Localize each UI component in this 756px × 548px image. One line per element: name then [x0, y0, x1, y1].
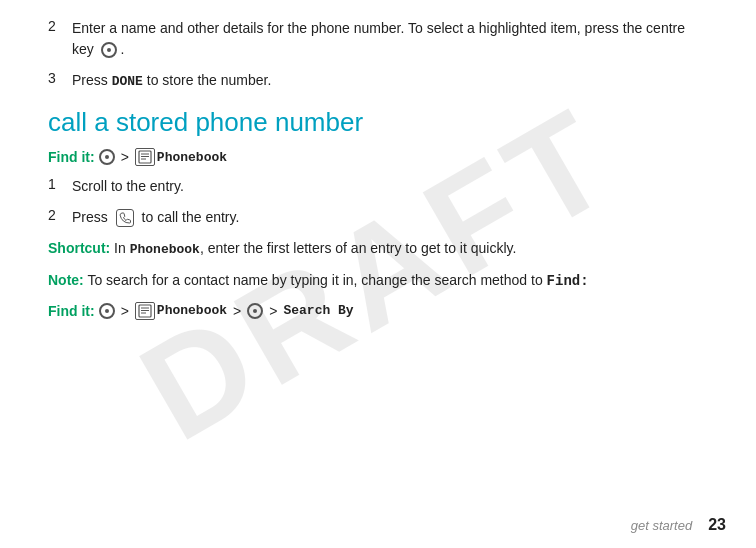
phonebook-icon-wrap-1: Phonebook — [135, 148, 227, 166]
call-icon — [116, 209, 134, 227]
page-footer: get started 23 — [631, 516, 726, 534]
done-label: DONE — [112, 74, 143, 89]
content: 2 Enter a name and other details for the… — [48, 18, 708, 320]
phonebook-icon-1 — [135, 148, 155, 166]
num-step-2: 2 Press to call the entry. — [48, 207, 708, 228]
shortcut-label: Shortcut: — [48, 240, 110, 256]
phonebook-label-2: Phonebook — [157, 303, 227, 318]
shortcut-section: Shortcut: In Phonebook, enter the first … — [48, 238, 708, 260]
get-started-label: get started — [631, 518, 692, 533]
centre-key-icon-2 — [99, 149, 115, 165]
shortcut-phonebook: Phonebook — [130, 242, 200, 257]
page-container: DRAFT 2 Enter a name and other details f… — [0, 0, 756, 548]
find-label: Find: — [547, 273, 589, 289]
num-step-number-2: 2 — [48, 207, 62, 228]
step-number-2: 2 — [48, 18, 62, 60]
step-2-text: Enter a name and other details for the p… — [72, 18, 708, 60]
find-it-label-1: Find it: — [48, 149, 95, 165]
phonebook-label-1: Phonebook — [157, 150, 227, 165]
find-it-line-1: Find it: > Phonebook — [48, 148, 708, 166]
note-label: Note: — [48, 272, 84, 288]
centre-key-icon-4 — [247, 303, 263, 319]
page-number: 23 — [708, 516, 726, 534]
step-2: 2 Enter a name and other details for the… — [48, 18, 708, 60]
step-number-3: 3 — [48, 70, 62, 92]
find-it-line-2: Find it: > Phonebook > — [48, 302, 708, 320]
num-step-1-text: Scroll to the entry. — [72, 176, 184, 197]
find-it-label-2: Find it: — [48, 303, 95, 319]
centre-key-icon — [101, 42, 117, 58]
search-by-label: Search By — [283, 303, 353, 318]
num-step-2-text: Press to call the entry. — [72, 207, 239, 228]
phonebook-icon-2 — [135, 302, 155, 320]
phonebook-icon-wrap-2: Phonebook — [135, 302, 227, 320]
num-step-number-1: 1 — [48, 176, 62, 197]
step-3-text: Press DONE to store the number. — [72, 70, 271, 92]
centre-key-icon-3 — [99, 303, 115, 319]
section-heading: call a stored phone number — [48, 106, 708, 139]
note-section: Note: To search for a contact name by ty… — [48, 270, 708, 292]
step-3: 3 Press DONE to store the number. — [48, 70, 708, 92]
num-step-1: 1 Scroll to the entry. — [48, 176, 708, 197]
